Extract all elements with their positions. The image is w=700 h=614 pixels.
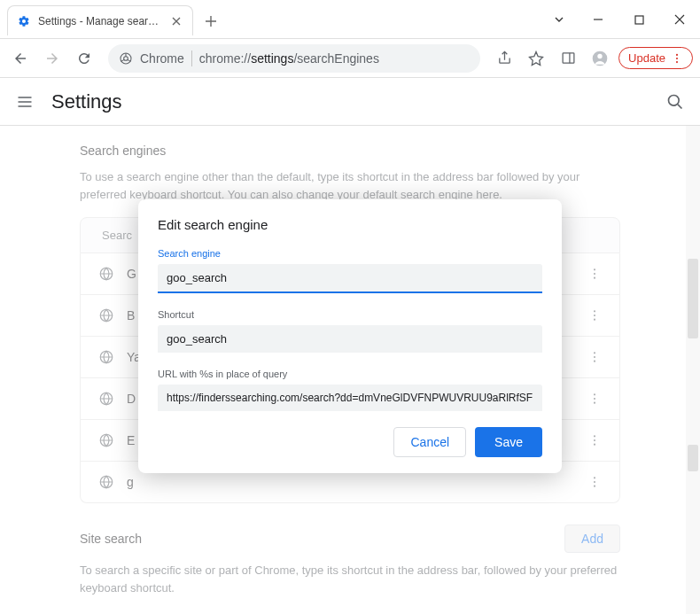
svg-point-7 (676, 57, 678, 58)
shortcut-label: Shortcut (158, 309, 542, 320)
omnibox-separator (191, 51, 192, 66)
window-titlebar: Settings - Manage search engine (0, 0, 700, 39)
edit-search-engine-dialog: Edit search engine Search engine Shortcu… (138, 199, 562, 473)
settings-header: Settings (0, 78, 700, 126)
svg-rect-3 (563, 53, 574, 63)
browser-toolbar: Chrome chrome://settings/searchEngines U… (0, 39, 700, 78)
gear-icon (17, 14, 31, 28)
svg-rect-0 (635, 16, 643, 24)
window-controls (544, 0, 700, 39)
close-window-button[interactable] (659, 4, 700, 35)
search-icon[interactable] (666, 93, 684, 111)
kebab-icon (671, 52, 683, 65)
svg-point-6 (676, 53, 678, 55)
browser-tab[interactable]: Settings - Manage search engine (7, 5, 193, 35)
dialog-title: Edit search engine (158, 217, 542, 232)
svg-point-5 (597, 53, 602, 58)
side-panel-icon[interactable] (555, 45, 581, 72)
omnibox-url: chrome://settings/searchEngines (199, 51, 379, 66)
svg-point-2 (124, 56, 128, 60)
search-engine-label: Search engine (158, 248, 542, 259)
new-tab-button[interactable] (198, 9, 223, 34)
tab-title: Settings - Manage search engine (38, 15, 162, 27)
back-button[interactable] (7, 45, 34, 72)
search-engine-input[interactable] (158, 264, 542, 293)
update-button[interactable]: Update (618, 47, 693, 69)
minimize-button[interactable] (578, 4, 618, 35)
shortcut-input[interactable] (158, 325, 542, 353)
chevron-down-icon[interactable] (544, 4, 574, 35)
menu-icon[interactable] (16, 93, 34, 111)
bookmark-icon[interactable] (523, 45, 549, 72)
url-input[interactable] (158, 385, 542, 411)
svg-point-9 (669, 95, 680, 105)
svg-point-8 (676, 61, 678, 63)
page-title: Settings (51, 90, 122, 113)
share-icon[interactable] (491, 45, 517, 72)
maximize-button[interactable] (618, 4, 659, 35)
profile-icon[interactable] (587, 45, 613, 72)
chrome-icon (119, 51, 133, 66)
forward-button[interactable] (39, 45, 66, 72)
omnibox-chip: Chrome (140, 51, 184, 66)
cancel-button[interactable]: Cancel (393, 427, 466, 457)
close-tab-icon[interactable] (169, 14, 183, 28)
url-label: URL with %s in place of query (158, 369, 542, 379)
address-bar[interactable]: Chrome chrome://settings/searchEngines (108, 44, 480, 73)
save-button[interactable]: Save (475, 427, 542, 457)
reload-button[interactable] (71, 45, 97, 72)
